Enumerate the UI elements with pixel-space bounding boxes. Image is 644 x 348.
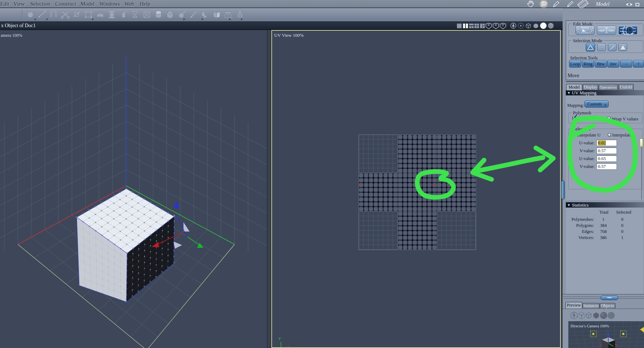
svg-text:X: X: [287, 345, 290, 348]
svg-text:UV View 100%: UV View 100%: [274, 33, 304, 38]
svg-text:Director's Camera 100%: Director's Camera 100%: [570, 324, 609, 328]
svg-text:Y: Y: [278, 337, 281, 341]
